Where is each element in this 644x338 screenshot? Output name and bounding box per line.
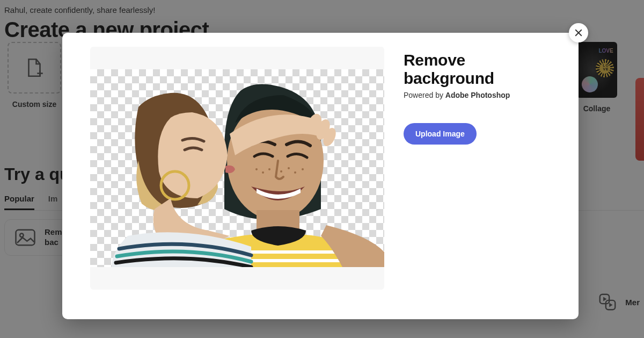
svg-point-10 [262,171,264,174]
svg-point-15 [302,168,304,170]
remove-background-modal: Remove background Powered by Adobe Photo… [62,33,579,319]
svg-point-13 [288,167,290,169]
preview-subjects-illustration [90,69,384,267]
close-icon [574,28,583,38]
modal-preview-pane [62,33,384,319]
preview-frame [90,47,384,290]
modal-subtitle: Powered by Adobe Photoshop [404,91,557,99]
svg-point-14 [294,171,296,174]
modal-title: Remove background [404,51,557,88]
modal-info-pane: Remove background Powered by Adobe Photo… [384,33,579,319]
svg-point-12 [280,170,282,172]
close-modal-button[interactable] [569,23,588,42]
svg-point-9 [255,168,258,170]
upload-image-button[interactable]: Upload Image [404,123,477,145]
svg-point-11 [268,168,270,170]
